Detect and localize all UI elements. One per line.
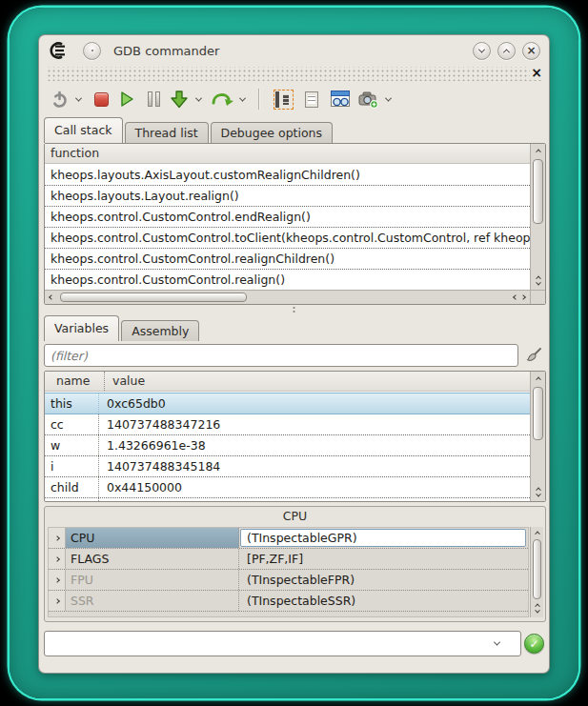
titlebar[interactable]: GDB commander ×: [39, 35, 549, 66]
variables-vscrollbar[interactable]: [530, 372, 545, 501]
expand-chevron-icon[interactable]: [49, 549, 66, 569]
variable-row[interactable]: b 1.43266961e-38: [45, 498, 530, 501]
step-menu-chevron[interactable]: [192, 97, 205, 102]
power-menu-chevron[interactable]: [71, 97, 85, 102]
run-icon: [118, 91, 135, 108]
callstack-row[interactable]: kheops.layouts.Layout.realign(): [45, 186, 530, 207]
callstack-hscrollbar[interactable]: [45, 290, 530, 304]
callstack-tabbar: Call stack Thread list Debugee options: [44, 117, 335, 143]
callstack-panel: function kheops.layouts.AxisLayout.custo…: [44, 143, 546, 305]
flags-row[interactable]: FLAGS [PF,ZF,IF]: [49, 549, 528, 570]
variable-row[interactable]: w 1.43266961e-38: [45, 435, 530, 456]
step-over-menu-chevron[interactable]: [235, 97, 249, 102]
vscroll-track[interactable]: [531, 157, 545, 272]
cpu-group-title: CPU: [45, 507, 545, 526]
pause-icon: [148, 91, 160, 107]
ssr-row[interactable]: SSR (TInspectableSSR): [49, 591, 528, 612]
show-log-button[interactable]: [297, 87, 326, 111]
snapshot-menu-chevron[interactable]: [381, 97, 395, 102]
tab-thread-list[interactable]: Thread list: [125, 122, 209, 143]
toolbar-separator: [258, 89, 259, 110]
scroll-up-button[interactable]: [531, 527, 543, 538]
step-into-icon: [169, 90, 190, 110]
dock-grip-handle[interactable]: ×: [46, 67, 542, 81]
window-title: GDB commander: [113, 44, 219, 58]
cpu-value-editor[interactable]: (TInspectableGPR): [240, 529, 526, 547]
show-cpu-button[interactable]: [269, 87, 297, 111]
variable-row[interactable]: cc 140737488347216: [45, 414, 530, 435]
clear-filter-button[interactable]: [523, 345, 544, 366]
hscroll-track[interactable]: [58, 291, 511, 304]
power-button[interactable]: [47, 87, 71, 111]
debug-toolbar: [47, 83, 541, 115]
cpu-row[interactable]: CPU (TInspectableGPR): [49, 528, 528, 549]
continue-button[interactable]: [113, 87, 140, 111]
shade-button[interactable]: [473, 42, 491, 60]
tab-variables[interactable]: Variables: [44, 315, 119, 341]
variables-tabbar: Variables Assembly: [44, 315, 201, 341]
variable-row[interactable]: i 140737488345184: [45, 456, 530, 477]
scroll-up-button[interactable]: [531, 372, 545, 385]
variable-row[interactable]: this 0xc65db0: [45, 393, 530, 414]
snapshot-button[interactable]: [355, 87, 381, 111]
name-column-header[interactable]: name: [51, 372, 105, 391]
variable-row[interactable]: child 0x44150000: [45, 477, 530, 498]
vscroll-track[interactable]: [531, 538, 543, 600]
callstack-row[interactable]: kheops.control.CustomControl.realignChil…: [45, 249, 530, 270]
step-over-icon: [211, 90, 233, 109]
callstack-row[interactable]: kheops.control.CustomControl.endRealign(…: [45, 207, 530, 228]
stop-button[interactable]: [89, 87, 113, 111]
stop-icon: [94, 92, 109, 107]
chevron-down-icon: [478, 46, 485, 52]
variables-panel: name value this 0xc65db0 cc 140737488347…: [44, 371, 546, 502]
filter-row: [44, 344, 544, 367]
vscroll-track[interactable]: [531, 385, 545, 484]
value-column-header[interactable]: value: [105, 372, 145, 391]
pause-button[interactable]: [140, 87, 167, 111]
close-button[interactable]: ×: [522, 42, 540, 60]
vscroll-thumb[interactable]: [533, 159, 543, 224]
dock-close-icon[interactable]: ×: [530, 65, 543, 80]
splitter-grip-icon: [293, 306, 295, 313]
pin-dot-icon: [91, 50, 93, 51]
vscroll-thumb[interactable]: [533, 539, 541, 599]
function-column-header[interactable]: function: [45, 144, 530, 164]
scroll-double-buttons[interactable]: [511, 295, 530, 299]
step-over-button[interactable]: [209, 87, 235, 111]
unshade-button[interactable]: [497, 42, 516, 60]
expand-chevron-icon[interactable]: [49, 570, 66, 590]
camera-plus-icon: [358, 91, 378, 109]
watch-window-icon: [331, 91, 350, 108]
vscroll-thumb[interactable]: [533, 387, 543, 440]
cpu-chip-icon: [275, 91, 292, 108]
scroll-double-buttons[interactable]: [537, 272, 540, 290]
document-icon: [305, 91, 318, 108]
callstack-vscrollbar[interactable]: [530, 144, 545, 290]
command-combobox[interactable]: [44, 631, 521, 656]
gdb-commander-window: GDB commander × ×: [38, 34, 550, 674]
watch-window-button[interactable]: [326, 87, 355, 111]
expand-chevron-icon[interactable]: [49, 591, 66, 611]
fpu-row[interactable]: FPU (TInspectableFPR): [49, 570, 528, 591]
titlebar-buttons: ×: [473, 42, 540, 60]
tab-assembly[interactable]: Assembly: [121, 320, 199, 341]
scrollbar-corner: [530, 290, 545, 304]
callstack-row[interactable]: kheops.control.CustomControl.toClient(kh…: [45, 228, 530, 249]
cpu-inspector-grid: CPU (TInspectableGPR) FLAGS [PF,ZF,IF] F…: [48, 527, 529, 617]
scroll-left-button[interactable]: [45, 291, 58, 304]
confirm-button[interactable]: ✓: [524, 634, 544, 654]
hscroll-thumb[interactable]: [60, 292, 247, 302]
scroll-double-buttons[interactable]: [536, 600, 539, 617]
cpu-vscrollbar[interactable]: [530, 527, 543, 617]
scroll-up-button[interactable]: [531, 144, 545, 157]
callstack-row[interactable]: kheops.control.CustomControl.realign(): [45, 270, 530, 290]
tab-debugee-options[interactable]: Debugee options: [211, 122, 334, 143]
filter-input[interactable]: [44, 344, 518, 367]
dock-pin-button[interactable]: [83, 42, 101, 60]
expand-chevron-icon[interactable]: [49, 528, 66, 548]
scroll-double-buttons[interactable]: [537, 484, 540, 501]
panel-splitter[interactable]: [44, 306, 544, 313]
step-button[interactable]: [167, 87, 192, 111]
tab-call-stack[interactable]: Call stack: [44, 117, 123, 143]
callstack-row[interactable]: kheops.layouts.AxisLayout.customRealignC…: [45, 165, 530, 186]
